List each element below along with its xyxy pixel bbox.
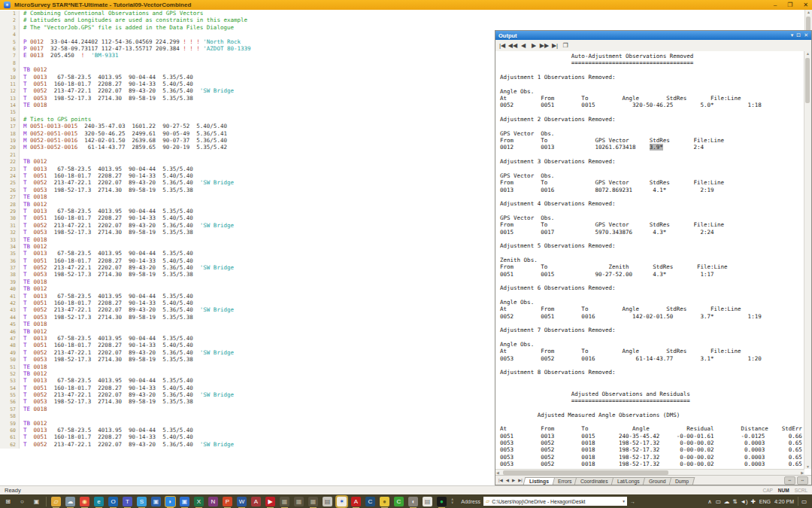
taskbar-app-excel[interactable]: X	[194, 497, 204, 506]
taskbar-app-greenC[interactable]: C	[394, 497, 404, 506]
clock[interactable]: 4:20 PM	[774, 499, 794, 504]
notification-center-icon[interactable]: ▭	[798, 497, 809, 506]
taskbar-app-messenger[interactable]: ◗	[165, 497, 175, 506]
output-tab-nav-icon[interactable]: ▶|	[517, 478, 524, 482]
tray-display-icon[interactable]: ▭	[716, 498, 721, 505]
prev-page-icon[interactable]: ◀	[519, 41, 528, 50]
panel-close-icon[interactable]: ✕	[804, 32, 808, 38]
tray-network-icon[interactable]: ⇅	[732, 498, 737, 505]
tray-onedrive-icon[interactable]: ☁	[724, 498, 730, 505]
taskbar-app-tool3[interactable]: ▦	[308, 497, 318, 506]
taskbar-app-notepad[interactable]: ▤	[323, 497, 332, 506]
output-tab-ground[interactable]: Ground	[643, 477, 672, 485]
output-line: ===================================	[500, 397, 804, 404]
taskbar-app-spotify[interactable]: ●	[437, 497, 447, 506]
next-page-icon[interactable]: ▶	[529, 41, 538, 50]
taskbar-app-onedrive[interactable]: ☁	[65, 497, 75, 506]
output-tab-coordinates[interactable]: Coordinates	[574, 477, 614, 485]
first-page-icon[interactable]: |◀	[498, 41, 507, 50]
tray-volume-icon[interactable]: ◄)	[741, 498, 748, 505]
prev-section-icon[interactable]: ◀◀	[508, 41, 517, 50]
indicator-scrl: SCRL	[795, 488, 807, 493]
output-line: GPS Vector Obs.	[500, 214, 804, 221]
taskbar-overflow-spinner[interactable]: ∧∨	[451, 498, 453, 505]
start-button[interactable]: ⊞	[3, 497, 13, 506]
taskbar-app-tool2[interactable]: ▦	[294, 497, 304, 506]
taskbar-app-skype[interactable]: S	[137, 497, 147, 506]
indicator-num: NUM	[778, 488, 789, 493]
output-title: Output	[498, 32, 517, 39]
taskbar-app-yellow[interactable]: ●	[380, 497, 389, 506]
taskbar-app-access[interactable]: A	[251, 497, 261, 506]
output-line: At From To Angle Residual Distance StdEr…	[500, 425, 804, 432]
output-line	[500, 123, 804, 129]
taskbar-app-blue1[interactable]: ▣	[151, 497, 161, 506]
taskbar-app-stream[interactable]: ▶	[265, 497, 275, 506]
output-panel: Output ▾ ⊡ ✕ |◀◀◀◀▶▶▶▶|❐ Auto-Adjustment…	[495, 30, 812, 485]
taskbar-app-notes[interactable]: ▤	[423, 497, 432, 506]
tray-chevron-icon[interactable]: ∧	[707, 498, 712, 505]
taskbar-app-word[interactable]: W	[237, 497, 247, 506]
code-line: 2# Latitudes and Longitudes are used as …	[0, 17, 805, 23]
output-line: Adjustment 4 Observations Removed:	[500, 200, 804, 207]
output-toolbutton-1[interactable]: ▪▪	[784, 476, 795, 485]
page-setup-icon[interactable]: ❐	[561, 41, 570, 50]
task-view-button[interactable]: ▣	[32, 497, 41, 506]
output-line: 0053 0052 0018 198-52-17.32 0-00-00.02 0…	[500, 440, 804, 446]
taskbar-app-explorer[interactable]: ▱	[51, 497, 61, 506]
taskbar-app-outlook[interactable]: O	[108, 497, 118, 506]
output-line	[500, 166, 804, 172]
system-tray: ∧ ▭☁⇅◄)✚ ENG 4:20 PM ▭	[707, 497, 809, 506]
last-page-icon[interactable]: ▶|	[550, 41, 559, 50]
address-dropdown-icon[interactable]: ▾	[623, 499, 625, 503]
output-line	[500, 236, 804, 242]
address-toolbar: Address ▱ C:\Users\hopj\OneDrive - Hexag…	[461, 497, 635, 506]
taskbar-app-photos[interactable]: ▣	[180, 497, 189, 506]
output-line	[500, 334, 804, 341]
output-tab-nav-icon[interactable]: |◀	[497, 478, 504, 482]
output-header[interactable]: Output ▾ ⊡ ✕	[495, 31, 811, 40]
minimize-button[interactable]: –	[774, 2, 777, 8]
taskbar-app-teams[interactable]: T	[123, 497, 132, 506]
output-line	[500, 250, 804, 257]
output-line: Angle Obs.	[500, 88, 804, 95]
output-line: Adjustment 8 Observations Removed:	[500, 369, 804, 376]
language-indicator[interactable]: ENG	[759, 499, 771, 504]
output-text-area[interactable]: Auto-Adjustment Observations Removed ===…	[495, 51, 804, 469]
output-line: Adjustment 7 Observations Removed:	[500, 327, 804, 333]
highlighted-value: 3.9*	[650, 144, 663, 151]
output-line	[500, 292, 804, 299]
output-tab-listings[interactable]: Listings	[523, 477, 556, 485]
output-tab-nav-icon[interactable]: ◀	[504, 478, 511, 482]
output-line: 0015 0017 5970.343876 4.3* 2:24	[500, 229, 804, 236]
output-tab-dump[interactable]: Dump	[668, 477, 695, 485]
editor-panel: Tutorial09-VectorCombined.datxTutorial08…	[0, 0, 271, 455]
taskbar-app-chrome[interactable]: ◉	[80, 497, 89, 506]
taskbar-app-edge[interactable]: e	[94, 497, 104, 506]
taskbar-app-onenote[interactable]: N	[208, 497, 218, 506]
next-section-icon[interactable]: ▶▶	[540, 41, 549, 50]
output-line: 0053 0052 0018 198-52-17.32 0-00-00.02 0…	[500, 454, 804, 461]
output-tab-latlongs[interactable]: Lat/Longs	[611, 477, 646, 485]
taskbar-app-powerpoint[interactable]: P	[223, 497, 232, 506]
taskbar-app-acrobat[interactable]: A	[351, 497, 361, 506]
panel-menu-icon[interactable]: ▾	[791, 32, 794, 38]
output-toolbutton-2[interactable]: ▪▪	[797, 476, 808, 485]
output-line	[500, 81, 804, 87]
taskbar-app-chat[interactable]: ◖	[408, 497, 418, 506]
panel-pin-icon[interactable]: ⊡	[796, 32, 801, 38]
tray-security-icon[interactable]: ✚	[750, 498, 755, 505]
address-go-button[interactable]: →	[630, 499, 635, 504]
close-button[interactable]: ✕	[803, 2, 808, 8]
output-vertical-scrollbar[interactable]: ▲▼	[804, 51, 811, 469]
taskbar-app-blueC[interactable]: C	[365, 497, 375, 506]
taskbar-app-tool1[interactable]: ▦	[280, 497, 289, 506]
app-icon: ✶	[4, 2, 11, 8]
maximize-button[interactable]: ❐	[787, 2, 792, 8]
output-line: 0053 0052 0018 198-52-17.32 0-00-00.02 0…	[500, 446, 804, 453]
taskbar-app-starnet[interactable]: ✶	[337, 497, 347, 506]
search-button[interactable]: ○	[17, 497, 27, 506]
address-input[interactable]: ▱ C:\Users\hopj\OneDrive - Hexagon\Deskt…	[483, 497, 627, 506]
output-tab-nav-icon[interactable]: ▶	[511, 478, 517, 482]
output-line: Adjustment 3 Observations Removed:	[500, 158, 804, 165]
